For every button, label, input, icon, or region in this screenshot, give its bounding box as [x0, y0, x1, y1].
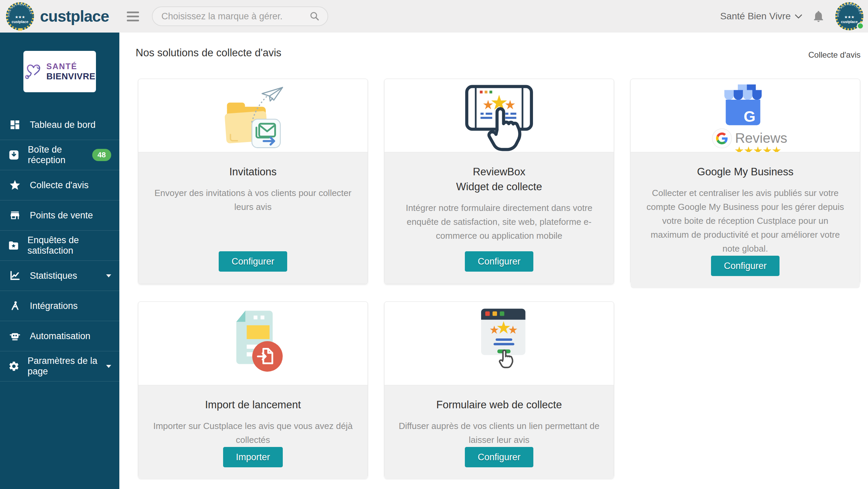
sidebar: SANTÉ BIENVIVRE Tableau de bord	[0, 33, 119, 489]
svg-text:G: G	[744, 108, 755, 125]
survey-star-icon	[7, 240, 20, 251]
card-title: ReviewBox Widget de collecte	[456, 164, 542, 194]
sidebar-item-tableau-de-bord[interactable]: Tableau de bord	[0, 110, 119, 140]
google-my-business-illustration-icon: G Reviews	[631, 79, 860, 152]
card-reviewbox: ReviewBox Widget de collecte Intégrer no…	[384, 79, 614, 284]
sidebar-item-statistiques[interactable]: Statistiques	[0, 261, 119, 291]
search-input[interactable]	[161, 11, 309, 22]
dashboard-icon	[7, 119, 22, 131]
star-icon	[7, 179, 22, 191]
card-title: Invitations	[229, 164, 277, 179]
svg-text:custplace: custplace	[841, 20, 858, 24]
sidebar-nav: Tableau de bord Boîte de réception 48	[0, 110, 119, 382]
svg-text:Reviews: Reviews	[735, 130, 787, 146]
card-description: Importer sur Custplace les avis que vous…	[151, 419, 355, 447]
reviewbox-illustration-icon	[384, 79, 614, 152]
card-google-my-business: G Reviews	[630, 79, 860, 284]
card-description: Intégrer notre formulaire directement da…	[397, 201, 601, 243]
card-title: Google My Business	[697, 164, 793, 179]
card-body: Formulaire web de collecte Diffuser aupr…	[384, 385, 614, 480]
configure-invitations-button[interactable]: Configurer	[219, 251, 287, 272]
sidebar-item-boite-de-reception[interactable]: Boîte de réception 48	[0, 140, 119, 170]
breadcrumb[interactable]: Collecte d'avis	[808, 50, 861, 60]
inbox-icon	[7, 149, 20, 161]
card-invitations: Invitations Envoyer des invitations à vo…	[138, 79, 368, 284]
sidebar-item-automatisation[interactable]: Automatisation	[0, 321, 119, 351]
card-description: Diffuser auprès de vos clients un lien p…	[397, 419, 601, 447]
card-body: Google My Business Collecter et centrali…	[631, 152, 860, 288]
page-head: Nos solutions de collecte d'avis Collect…	[119, 33, 868, 60]
top-header: AVIS AUTHENTIFIÉS ★★★ custplace custplac…	[0, 0, 868, 33]
svg-text:★★★: ★★★	[844, 15, 854, 19]
robot-icon	[7, 330, 22, 342]
card-import-lancement: Import de lancement Importer sur Custpla…	[138, 301, 368, 478]
card-description: Collecter et centraliser les avis publié…	[644, 186, 847, 256]
svg-text:custplace: custplace	[12, 20, 28, 24]
online-status-dot	[857, 22, 864, 30]
brand-wordmark: custplace	[40, 7, 109, 25]
import-button[interactable]: Importer	[223, 447, 283, 467]
line-chart-icon	[7, 270, 22, 281]
search-icon	[309, 11, 320, 22]
invitations-illustration-icon	[138, 79, 368, 152]
sidebar-item-integrations[interactable]: Intégrations	[0, 291, 119, 321]
sidebar-item-enquetes-satisfaction[interactable]: Enquêtes de satisfaction	[0, 231, 119, 261]
custplace-logo[interactable]: AVIS AUTHENTIFIÉS ★★★ custplace custplac…	[0, 2, 115, 31]
sante-bienvivre-logo-icon	[24, 62, 43, 81]
webform-illustration-icon	[384, 302, 614, 385]
card-body: ReviewBox Widget de collecte Intégrer no…	[384, 152, 614, 284]
header-right: Santé Bien Vivre AVIS AUTHENTIFIÉS ★★★ c…	[720, 2, 868, 31]
avatar[interactable]: AVIS AUTHENTIFIÉS ★★★ custplace	[835, 2, 864, 31]
import-illustration-icon	[138, 302, 368, 385]
sidebar-item-points-de-vente[interactable]: Points de vente	[0, 200, 119, 231]
app-root: AVIS AUTHENTIFIÉS ★★★ custplace custplac…	[0, 0, 868, 489]
account-switcher[interactable]: Santé Bien Vivre	[720, 11, 802, 22]
org-logo-card: SANTÉ BIENVIVRE	[23, 51, 96, 92]
submenu-caret-icon	[106, 274, 111, 277]
account-name: Santé Bien Vivre	[720, 11, 791, 22]
card-description: Envoyer des invitations à vos clients po…	[151, 186, 355, 214]
card-formulaire-web: Formulaire web de collecte Diffuser aupr…	[384, 301, 614, 478]
org-name: SANTÉ BIENVIVRE	[46, 62, 96, 81]
svg-text:★★★: ★★★	[15, 15, 25, 19]
brand-search[interactable]	[152, 6, 328, 26]
configure-webform-button[interactable]: Configurer	[465, 447, 533, 467]
card-body: Import de lancement Importer sur Custpla…	[138, 385, 368, 480]
solutions-grid: Invitations Envoyer des invitations à vo…	[138, 79, 868, 478]
card-body: Invitations Envoyer des invitations à vo…	[138, 152, 368, 284]
inbox-count-badge: 48	[92, 149, 111, 161]
gear-icon	[7, 360, 20, 372]
notifications-bell-icon[interactable]	[812, 9, 825, 23]
integrations-person-icon	[7, 300, 22, 312]
card-title: Import de lancement	[205, 397, 301, 412]
sidebar-item-collecte-avis[interactable]: Collecte d'avis	[0, 170, 119, 200]
submenu-caret-icon	[106, 365, 111, 368]
custplace-badge-icon: AVIS AUTHENTIFIÉS ★★★ custplace	[5, 2, 35, 31]
page-title: Nos solutions de collecte d'avis	[136, 46, 281, 60]
main-content: Nos solutions de collecte d'avis Collect…	[119, 33, 868, 489]
configure-reviewbox-button[interactable]: Configurer	[465, 251, 533, 272]
menu-toggle-button[interactable]	[124, 9, 142, 24]
store-icon	[7, 210, 22, 221]
chevron-down-icon	[795, 14, 802, 19]
sidebar-item-parametres-page[interactable]: Paramètres de la page	[0, 351, 119, 382]
card-title: Formulaire web de collecte	[436, 397, 562, 412]
configure-gmb-button[interactable]: Configurer	[711, 256, 780, 276]
